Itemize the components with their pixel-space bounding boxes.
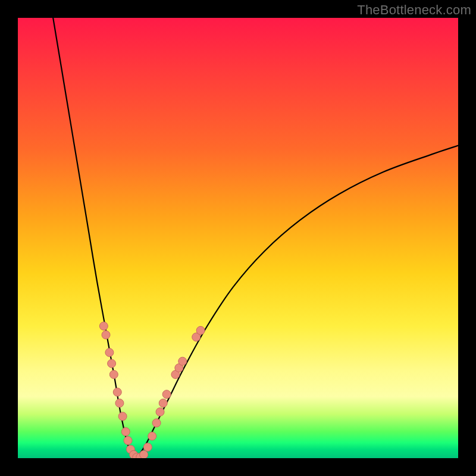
data-marker <box>175 364 183 372</box>
plot-area <box>18 18 458 458</box>
data-marker <box>118 412 127 421</box>
chart-stage: TheBottleneck.com <box>0 0 476 476</box>
data-marker <box>140 450 148 458</box>
data-marker <box>159 399 167 408</box>
curve-layer <box>18 18 458 458</box>
data-marker <box>108 359 116 368</box>
marker-group <box>99 322 205 458</box>
data-marker <box>171 370 180 378</box>
data-marker <box>196 326 205 334</box>
data-marker <box>102 331 110 339</box>
data-marker <box>115 399 124 408</box>
curve-bottleneck-curve-right <box>137 146 458 458</box>
data-marker <box>124 436 132 444</box>
data-marker <box>162 390 171 399</box>
data-marker <box>148 432 156 440</box>
data-marker <box>105 348 114 356</box>
data-marker <box>178 357 187 365</box>
data-marker <box>133 453 141 458</box>
data-marker <box>121 428 130 436</box>
watermark-text: TheBottleneck.com <box>357 2 471 18</box>
data-marker <box>152 419 161 427</box>
data-marker <box>130 450 138 458</box>
data-marker <box>156 408 164 416</box>
data-marker <box>109 370 118 378</box>
data-marker <box>126 445 134 453</box>
curve-bottleneck-curve-left <box>53 18 137 458</box>
curve-group <box>53 18 458 458</box>
data-marker <box>136 453 145 458</box>
data-marker <box>113 388 121 396</box>
data-marker <box>99 322 108 330</box>
data-marker <box>192 333 201 342</box>
data-marker <box>143 443 152 452</box>
